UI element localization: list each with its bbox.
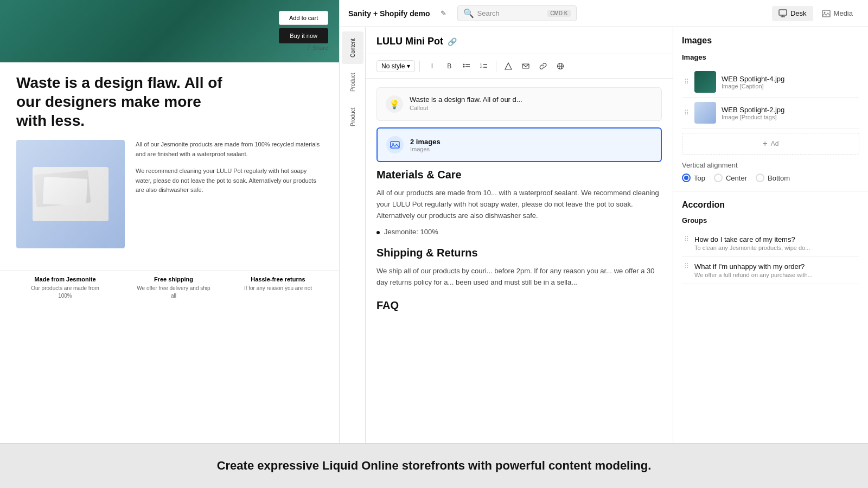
cms-sidebar: Images Images ⠿ WEB Spotlight-4.jpg Imag… xyxy=(673,27,868,443)
section-heading-faq: FAQ xyxy=(376,299,662,312)
bottom-tagline-text: Create expressive Liquid Online storefro… xyxy=(0,459,868,473)
vtab-product-1[interactable]: Product xyxy=(342,66,363,99)
vertical-alignment: Vertical alignment Top Center xyxy=(682,161,859,182)
globe-button[interactable] xyxy=(553,59,568,74)
plus-icon: + xyxy=(762,139,767,149)
accordion-section: Accordion Groups ⠿ How do I take care of… xyxy=(673,191,868,293)
radio-top[interactable]: Top xyxy=(682,174,705,182)
section-body-materials: All of our products are made from 10... … xyxy=(376,188,662,221)
callout-block[interactable]: 💡 Waste is a design flaw. All of our d..… xyxy=(376,87,662,121)
cms-topbar: Sanity + Shopify demo ✎ 🔍 Search CMD K D… xyxy=(340,0,868,27)
desc-para-1: All of our Jesmonite products are made f… xyxy=(136,140,323,159)
radio-circle-center xyxy=(714,174,723,182)
image-name-1: WEB Spotlight-4.jpg xyxy=(722,75,857,83)
images-block-content: 2 images Images xyxy=(410,138,652,152)
style-selector[interactable]: No style ▾ xyxy=(376,60,415,72)
vtab-product-2[interactable]: Product xyxy=(342,101,363,133)
search-text: Search xyxy=(477,9,500,17)
images-block[interactable]: 2 images Images xyxy=(376,127,662,162)
radio-label-top: Top xyxy=(694,174,705,182)
cms-view-tabs: Desk Media xyxy=(772,6,859,21)
callout-content: Waste is a design flaw. All of our d... … xyxy=(410,95,653,111)
cms-content-area[interactable]: 💡 Waste is a design flaw. All of our d..… xyxy=(366,79,673,443)
callout-icon: 💡 xyxy=(386,95,403,113)
images-icon xyxy=(390,140,400,150)
images-block-icon xyxy=(386,136,404,153)
drag-handle-1[interactable]: ⠿ xyxy=(684,78,689,86)
radio-dot-top xyxy=(684,176,688,180)
search-icon: 🔍 xyxy=(463,8,474,18)
store-preview-panel: Add to cart Buy it now ⤴ Share Waste is … xyxy=(0,0,339,443)
sidebar-images-title: Images xyxy=(682,36,859,46)
tab-desk[interactable]: Desk xyxy=(772,6,813,21)
italic-button[interactable]: I xyxy=(424,59,439,74)
image-tag-2: Image [Product tags] xyxy=(722,114,857,120)
search-kbd: CMD K xyxy=(547,10,570,17)
chevron-down-icon: ▾ xyxy=(407,62,410,70)
cms-doc-header: LULU Mini Pot 🔗 xyxy=(366,27,673,54)
sidebar-images-section: Images Images ⠿ WEB Spotlight-4.jpg Imag… xyxy=(673,27,868,191)
add-image-button[interactable]: + Ad xyxy=(682,133,859,155)
images-count: 2 images xyxy=(410,138,652,146)
buy-now-button[interactable]: Buy it now xyxy=(279,28,328,43)
image-name-2: WEB Spotlight-2.jpg xyxy=(722,106,857,114)
feature-desc-2: We offer free delivery and ship all xyxy=(136,285,212,300)
callout-text: Waste is a design flaw. All of our d... xyxy=(410,95,653,104)
ordered-list-button[interactable]: 1.2. xyxy=(476,59,492,74)
link-icon[interactable]: 🔗 xyxy=(448,37,457,46)
feature-item-1: Made from Jesmonite Our products are mad… xyxy=(27,276,103,300)
image-item-1: ⠿ WEB Spotlight-4.jpg Image [Caption] xyxy=(682,67,859,98)
accordion-title: Accordion xyxy=(682,200,859,210)
image-info-1: WEB Spotlight-4.jpg Image [Caption] xyxy=(722,75,857,89)
annotation-icon xyxy=(505,62,512,70)
link-button[interactable] xyxy=(535,59,551,74)
image-thumb-2 xyxy=(694,102,716,124)
media-icon xyxy=(822,9,831,18)
globe-icon xyxy=(557,62,564,70)
bullet-text-1: Jesmonite: 100% xyxy=(384,228,438,236)
image-thumb-1 xyxy=(694,71,716,93)
feature-item-3: Hassle-free returns If for any reason yo… xyxy=(244,276,312,300)
add-to-cart-button[interactable]: Add to cart xyxy=(279,11,328,25)
images-label: Images xyxy=(410,146,652,152)
bullet-item-1: Jesmonite: 100% xyxy=(376,228,662,236)
annotation-button[interactable] xyxy=(501,59,516,74)
drag-handle-acc-1[interactable]: ⠿ xyxy=(684,235,689,243)
bold-button[interactable]: B xyxy=(442,59,457,74)
bullet-list-button[interactable] xyxy=(459,59,474,74)
product-image xyxy=(16,140,125,248)
cms-logo: Sanity + Shopify demo xyxy=(348,9,430,18)
tab-media[interactable]: Media xyxy=(815,6,859,21)
accordion-item-1: ⠿ How do I take care of my items? To cle… xyxy=(682,230,859,257)
drag-handle-2[interactable]: ⠿ xyxy=(684,109,689,117)
cms-search-box[interactable]: 🔍 Search CMD K xyxy=(457,5,577,21)
edit-icon[interactable]: ✎ xyxy=(439,9,449,18)
radio-center[interactable]: Center xyxy=(714,174,747,182)
svg-point-5 xyxy=(463,64,465,66)
radio-label-center: Center xyxy=(726,174,747,182)
style-label: No style xyxy=(381,62,405,70)
svg-rect-0 xyxy=(779,10,787,15)
cms-panel: Sanity + Shopify demo ✎ 🔍 Search CMD K D… xyxy=(339,0,868,443)
share-row: ⤴ Share xyxy=(307,44,328,51)
accordion-item-content-1: How do I take care of my items? To clean… xyxy=(694,235,857,251)
feature-desc-1: Our products are made from 100% xyxy=(27,285,103,300)
svg-point-4 xyxy=(824,11,825,13)
cms-vtabs: Content Product Product xyxy=(340,27,366,443)
link-button-icon xyxy=(539,62,547,70)
svg-text:2.: 2. xyxy=(480,65,482,68)
accordion-item-title-2: What if I'm unhappy with my order? xyxy=(694,262,857,271)
feature-item-2: Free shipping We offer free delivery and… xyxy=(136,276,212,300)
feature-title-1: Made from Jesmonite xyxy=(27,276,103,282)
drag-handle-acc-2[interactable]: ⠿ xyxy=(684,262,689,270)
accordion-groups-title: Groups xyxy=(682,216,859,224)
email-button[interactable] xyxy=(518,59,533,74)
accordion-item-desc-2: We offer a full refund on any purchase w… xyxy=(694,272,857,278)
vtab-content[interactable]: Content xyxy=(342,31,363,64)
radio-bottom[interactable]: Bottom xyxy=(756,174,790,182)
product-actions: Add to cart Buy it now xyxy=(279,11,328,43)
cms-main: LULU Mini Pot 🔗 No style ▾ I B xyxy=(366,27,673,443)
email-icon xyxy=(522,62,529,70)
editor-toolbar: No style ▾ I B 1.2. xyxy=(366,54,673,79)
cms-doc-title: LULU Mini Pot 🔗 xyxy=(376,36,662,47)
